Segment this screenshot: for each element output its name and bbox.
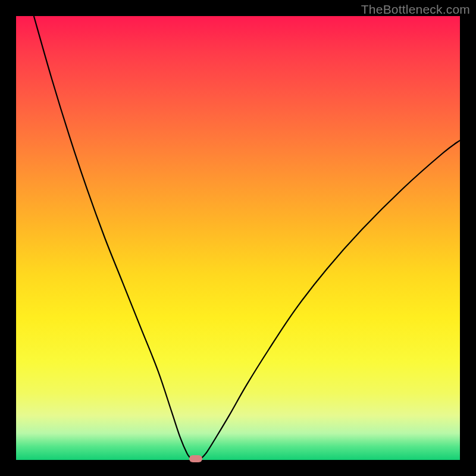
curve-right	[202, 140, 460, 458]
watermark-text: TheBottleneck.com	[361, 2, 470, 17]
minimum-marker	[189, 455, 202, 462]
curve-left	[34, 16, 190, 458]
bottleneck-curve	[16, 16, 460, 460]
chart-frame: TheBottleneck.com	[0, 0, 476, 476]
plot-area	[16, 16, 460, 460]
